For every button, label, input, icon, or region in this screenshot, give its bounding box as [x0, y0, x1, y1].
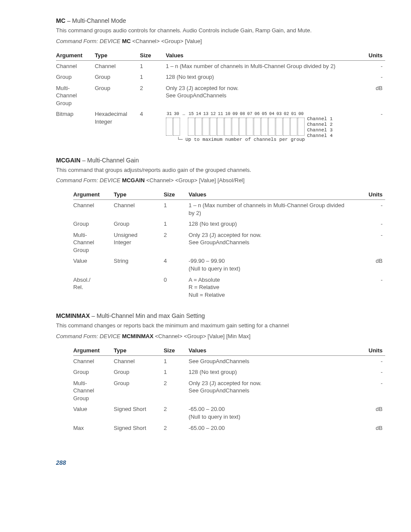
- cell-size: 2: [164, 404, 189, 422]
- cell-argument: Channel: [73, 200, 114, 219]
- table-row: Multi-ChannelGroupUnsignedInteger2Only 2…: [73, 230, 385, 256]
- cell-size: 2: [164, 423, 189, 434]
- command-form: Command Form: DEVICE MC <Channel> <Group…: [56, 38, 385, 44]
- cell-argument: Group: [73, 218, 114, 230]
- cell-argument: Multi-ChannelGroup: [73, 378, 114, 404]
- table-row: MaxSigned Short2-65.00 – 20.00dB: [73, 423, 385, 434]
- table-row: Multi-ChannelGroupGroup2Only 23 (J) acce…: [73, 378, 385, 404]
- cell-units: -: [354, 218, 385, 230]
- cell-values: 128 (No text group): [189, 367, 354, 378]
- cell-values: 128 (No text group): [166, 72, 353, 83]
- cell-values: -65.00 – 20.00(Null to query in text): [189, 404, 354, 422]
- cell-type: Group: [114, 367, 164, 378]
- col-units: Units: [354, 190, 385, 200]
- table-row: ChannelChannel1See GroupAndChannels-: [73, 355, 385, 367]
- bitmap-channel-label: Channel 2: [307, 122, 333, 128]
- cell-values: 128 (No text group): [189, 218, 354, 230]
- cell-size: 2: [164, 230, 189, 256]
- cell-units: dB: [354, 404, 385, 422]
- arguments-table: ArgumentTypeSizeValuesUnitsChannelChanne…: [73, 190, 385, 300]
- table-row: Multi-ChannelGroupGroup2Only 23 (J) acce…: [56, 83, 385, 109]
- cell-argument: Group: [73, 367, 114, 378]
- section-heading: MC – Multi-Channel Mode: [56, 17, 385, 24]
- table-row: ValueString4-99.90 – 99.90(Null to query…: [73, 255, 385, 274]
- cell-units: dB: [354, 423, 385, 434]
- cell-type: Signed Short: [114, 423, 164, 434]
- cell-argument: Value: [73, 255, 114, 274]
- bitmap-channel-label: Channel 4: [307, 133, 333, 139]
- col-argument: Argument: [73, 345, 114, 356]
- section-description: This command that groups adjusts/reports…: [56, 166, 385, 174]
- cell-units: -: [353, 72, 385, 83]
- col-units: Units: [354, 345, 385, 356]
- page-number: 288: [56, 459, 385, 466]
- cell-values: Only 23 (J) accepted for now.See GroupAn…: [189, 230, 354, 256]
- section-mcminmax: MCMINMAX – Multi-Channel Min and max Gai…: [56, 312, 385, 433]
- cell-type: Group: [95, 72, 140, 83]
- cell-argument: Group: [56, 72, 95, 83]
- col-type: Type: [95, 50, 140, 61]
- cell-type: Group: [114, 218, 164, 230]
- section-heading: MCGAIN – Multi-Channel Gain: [56, 157, 385, 164]
- cell-type: Channel: [95, 60, 140, 72]
- col-size: Size: [164, 345, 189, 356]
- cell-values: Only 23 (J) accepted for now.See GroupAn…: [189, 378, 354, 404]
- section-mcgain: MCGAIN – Multi-Channel GainThis command …: [56, 157, 385, 301]
- cell-argument: Channel: [56, 60, 95, 72]
- cell-type: Group: [114, 378, 164, 404]
- cell-argument: Max: [73, 423, 114, 434]
- cell-values: 1 – n (Max number of channels in Multi-C…: [189, 200, 354, 219]
- cell-type: Signed Short: [114, 404, 164, 422]
- table-row: GroupGroup1128 (No text group)-: [73, 367, 385, 378]
- cell-size: 2: [140, 83, 166, 109]
- cell-size: 1: [164, 200, 189, 219]
- col-size: Size: [164, 190, 189, 200]
- cell-values: -99.90 – 99.90(Null to query in text): [189, 255, 354, 274]
- cell-argument: Value: [73, 404, 114, 422]
- cell-values: 1 – n (Max number of channels in Multi-C…: [166, 60, 353, 72]
- cell-units: -: [354, 355, 385, 367]
- cell-size: 1: [164, 367, 189, 378]
- cell-units: -: [353, 109, 385, 144]
- bitmap-channel-label: Channel 1: [307, 116, 333, 122]
- cell-argument: Channel: [73, 355, 114, 367]
- cell-type: String: [114, 255, 164, 274]
- table-row: BitmapHexadecimalInteger43130…1514131211…: [56, 109, 385, 144]
- cell-units: -: [354, 200, 385, 219]
- table-row: Absol./Rel.0A = AbsoluteR = RelativeNull…: [73, 274, 385, 301]
- cell-units: dB: [353, 83, 385, 109]
- cell-units: -: [354, 367, 385, 378]
- col-size: Size: [140, 50, 166, 61]
- command-form: Command Form: DEVICE MCGAIN <Channel> <G…: [56, 177, 385, 184]
- cell-argument: Multi-ChannelGroup: [56, 83, 95, 109]
- section-description: This command groups audio controls for c…: [56, 27, 385, 34]
- cell-values: See GroupAndChannels: [189, 355, 354, 367]
- cell-type: [114, 274, 164, 301]
- cell-size: 1: [140, 72, 166, 83]
- section-description: This command changes or reports back the…: [56, 322, 385, 330]
- col-values: Values: [166, 50, 353, 61]
- cell-units: -: [354, 274, 385, 301]
- bitmap-diagram: 3130…15141312111009080706050403020100Cha…: [166, 110, 350, 143]
- cell-type: Group: [95, 83, 140, 109]
- cell-size: 4: [164, 255, 189, 274]
- table-row: ValueSigned Short2-65.00 – 20.00(Null to…: [73, 404, 385, 422]
- table-row: GroupGroup1128 (No text group)-: [56, 72, 385, 83]
- section-heading: MCMINMAX – Multi-Channel Min and max Gai…: [56, 312, 385, 319]
- cell-argument: Multi-ChannelGroup: [73, 230, 114, 256]
- cell-size: 1: [164, 355, 189, 367]
- arguments-table: ArgumentTypeSizeValuesUnitsChannelChanne…: [56, 50, 385, 145]
- cell-values: -65.00 – 20.00: [189, 423, 354, 434]
- cell-type: Channel: [114, 355, 164, 367]
- col-values: Values: [189, 345, 354, 356]
- table-row: ChannelChannel11 – n (Max number of chan…: [56, 60, 385, 72]
- cell-units: -: [354, 378, 385, 404]
- col-type: Type: [114, 190, 164, 200]
- cell-values: 3130…15141312111009080706050403020100Cha…: [166, 109, 353, 144]
- cell-values: A = AbsoluteR = RelativeNull = Relative: [189, 274, 354, 301]
- col-units: Units: [353, 50, 385, 61]
- cell-argument: Bitmap: [56, 109, 95, 144]
- cell-size: 4: [140, 109, 166, 144]
- col-argument: Argument: [73, 190, 114, 200]
- col-type: Type: [114, 345, 164, 356]
